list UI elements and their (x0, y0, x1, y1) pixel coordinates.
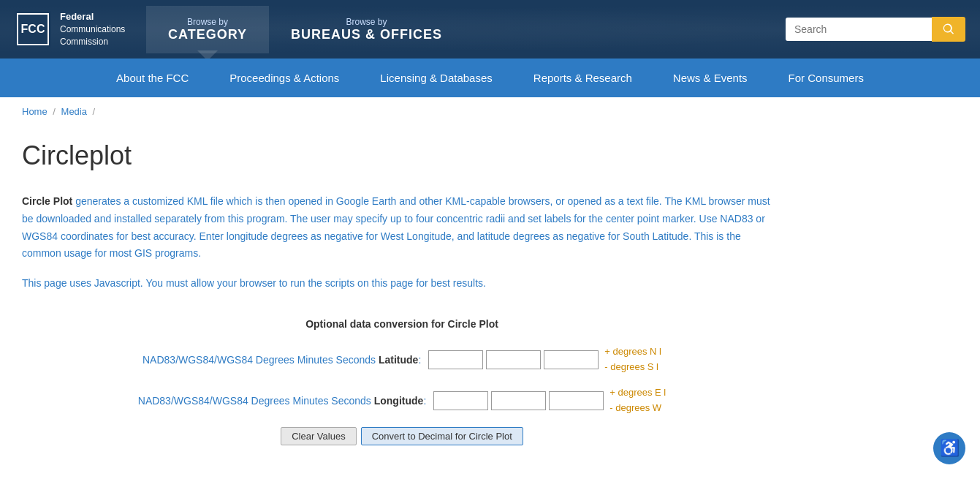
search-area (771, 17, 980, 42)
latitude-row: NAD83/WGS84/WGS84 Degrees Minutes Second… (22, 344, 782, 375)
logo-area: FCC Federal Communications Commission (0, 3, 146, 56)
primary-navigation: About the FCC Proceedings & Actions Lice… (0, 59, 980, 97)
lat-degrees-label: Degrees (256, 354, 297, 366)
search-input[interactable] (786, 18, 932, 41)
breadcrumb-sep2: / (93, 106, 96, 117)
lon-wgs-label: WGS84 (213, 395, 248, 407)
description-text: Circle Plot generates a customized KML f… (22, 193, 782, 263)
lat-minutes-input[interactable] (486, 350, 541, 369)
header-navigation: Browse by CATEGORY Browse by BUREAUS & O… (146, 6, 771, 53)
lon-seconds-label: Seconds (331, 395, 373, 407)
lat-wgs-label: WGS84 (217, 354, 253, 366)
page-title: Circleplot (22, 140, 782, 171)
lon-degrees-label: Degrees (251, 395, 293, 407)
nav-licensing-databases[interactable]: Licensing & Databases (360, 59, 512, 97)
convert-button[interactable]: Convert to Decimal for Circle Plot (361, 427, 523, 445)
longitude-label: NAD83/WGS84/WGS84 Degrees Minutes Second… (138, 395, 427, 407)
nav-proceedings-actions[interactable]: Proceedings & Actions (209, 59, 360, 97)
clear-values-button[interactable]: Clear Values (281, 427, 356, 445)
form-section-title: Optional data conversion for Circle Plot (22, 318, 782, 330)
lon-kml-label: NAD83/WGS84 (138, 395, 210, 407)
lon-seconds-input[interactable] (549, 391, 604, 410)
latitude-inputs (428, 350, 599, 369)
lat-hint: + degrees N l - degrees S l (604, 344, 661, 375)
latitude-label: NAD83/WGS84/WGS84 Degrees Minutes Second… (143, 354, 421, 366)
nav-about-fcc[interactable]: About the FCC (96, 59, 209, 97)
search-button[interactable] (932, 17, 965, 42)
page-content: Circleplot Circle Plot generates a custo… (0, 126, 804, 475)
breadcrumb-sep1: / (53, 106, 56, 117)
search-icon (942, 23, 955, 36)
lon-east-hint: + degrees E l (609, 385, 666, 401)
lat-bold-label: Latitude (379, 354, 418, 366)
fcc-org-name: Federal Communications Commission (60, 10, 125, 48)
site-header: FCC Federal Communications Commission Br… (0, 0, 980, 59)
description-body: generates a customized KML file which is… (22, 195, 770, 259)
lon-minutes-input[interactable] (491, 391, 546, 410)
form-section: Optional data conversion for Circle Plot… (22, 318, 782, 445)
circle-plot-bold: Circle Plot (22, 195, 72, 207)
lat-north-hint: + degrees N l (604, 344, 661, 360)
form-buttons: Clear Values Convert to Decimal for Circ… (22, 427, 782, 445)
accessibility-icon: ♿ (940, 440, 960, 456)
accessibility-button[interactable]: ♿ (933, 432, 965, 464)
lon-minutes-label: Minutes (292, 395, 331, 407)
browse-bureaus-button[interactable]: Browse by BUREAUS & OFFICES (269, 6, 464, 53)
breadcrumb-home[interactable]: Home (22, 106, 48, 117)
lat-kml-label: NAD83/WGS84 (143, 354, 214, 366)
lon-degrees-input[interactable] (433, 391, 488, 410)
nav-news-events[interactable]: News & Events (653, 59, 768, 97)
nav-for-consumers[interactable]: For Consumers (768, 59, 884, 97)
lat-minutes-label: Minutes (297, 354, 336, 366)
lat-seconds-input[interactable] (544, 350, 599, 369)
browse-category-button[interactable]: Browse by CATEGORY (146, 6, 269, 53)
longitude-inputs (433, 391, 604, 410)
svg-text:FCC: FCC (21, 23, 45, 35)
lat-degrees-input[interactable] (428, 350, 483, 369)
breadcrumb: Home / Media / (0, 97, 980, 126)
fcc-logo-icon: FCC (15, 11, 51, 48)
lat-seconds-label: Seconds (336, 354, 379, 366)
lon-hint: + degrees E l - degrees W (609, 385, 666, 416)
js-notice: This page uses Javascript. You must allo… (22, 277, 782, 289)
breadcrumb-media[interactable]: Media (61, 106, 87, 117)
lon-west-hint: - degrees W (609, 401, 666, 416)
lat-south-hint: - degrees S l (604, 360, 661, 375)
longitude-row: NAD83/WGS84/WGS84 Degrees Minutes Second… (22, 385, 782, 416)
nav-reports-research[interactable]: Reports & Research (513, 59, 653, 97)
lon-bold-label: Longitude (374, 395, 424, 407)
